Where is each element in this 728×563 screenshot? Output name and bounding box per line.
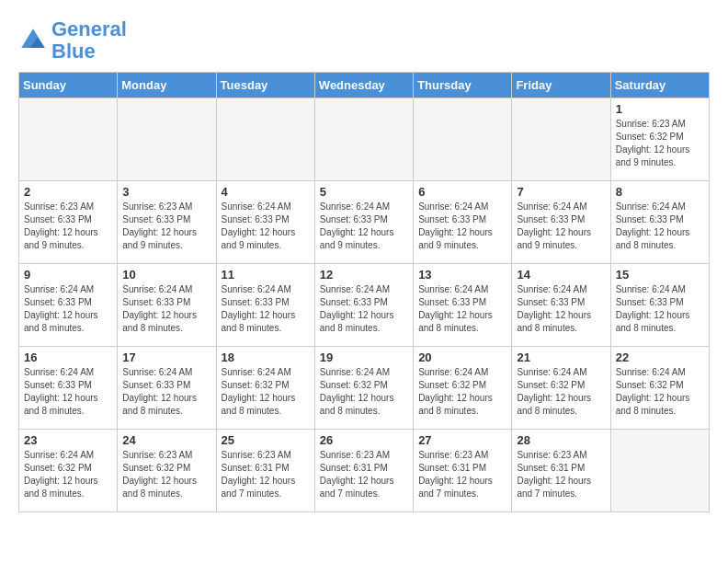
day-number: 1 bbox=[616, 102, 704, 116]
calendar-cell: 21Sunrise: 6:24 AM Sunset: 6:32 PM Dayli… bbox=[512, 347, 610, 430]
day-number: 11 bbox=[222, 268, 310, 282]
header-sunday: Sunday bbox=[19, 73, 118, 98]
calendar-week-4: 23Sunrise: 6:24 AM Sunset: 6:32 PM Dayli… bbox=[19, 430, 710, 512]
header-wednesday: Wednesday bbox=[314, 73, 413, 98]
day-number: 18 bbox=[222, 350, 310, 364]
calendar-cell: 28Sunrise: 6:23 AM Sunset: 6:31 PM Dayli… bbox=[512, 430, 610, 512]
day-info: Sunrise: 6:24 AM Sunset: 6:33 PM Dayligh… bbox=[517, 283, 605, 335]
day-info: Sunrise: 6:24 AM Sunset: 6:33 PM Dayligh… bbox=[418, 283, 506, 335]
day-number: 16 bbox=[24, 350, 112, 364]
day-info: Sunrise: 6:23 AM Sunset: 6:33 PM Dayligh… bbox=[24, 201, 112, 252]
calendar-cell: 8Sunrise: 6:24 AM Sunset: 6:33 PM Daylig… bbox=[610, 181, 709, 264]
calendar-cell: 14Sunrise: 6:24 AM Sunset: 6:33 PM Dayli… bbox=[512, 264, 610, 347]
day-number: 4 bbox=[222, 185, 310, 199]
day-number: 26 bbox=[320, 433, 408, 447]
header-thursday: Thursday bbox=[414, 73, 512, 98]
day-info: Sunrise: 6:24 AM Sunset: 6:33 PM Dayligh… bbox=[616, 201, 704, 252]
day-number: 28 bbox=[517, 433, 605, 447]
day-info: Sunrise: 6:24 AM Sunset: 6:32 PM Dayligh… bbox=[320, 366, 408, 418]
day-info: Sunrise: 6:24 AM Sunset: 6:33 PM Dayligh… bbox=[222, 283, 310, 335]
calendar-cell bbox=[610, 430, 709, 512]
day-number: 19 bbox=[320, 350, 408, 364]
day-number: 21 bbox=[517, 350, 605, 364]
day-number: 20 bbox=[418, 350, 506, 364]
calendar-cell: 27Sunrise: 6:23 AM Sunset: 6:31 PM Dayli… bbox=[414, 430, 512, 512]
day-info: Sunrise: 6:23 AM Sunset: 6:31 PM Dayligh… bbox=[320, 449, 408, 500]
calendar-cell: 24Sunrise: 6:23 AM Sunset: 6:32 PM Dayli… bbox=[118, 430, 216, 512]
day-info: Sunrise: 6:24 AM Sunset: 6:33 PM Dayligh… bbox=[222, 201, 310, 252]
day-number: 14 bbox=[517, 268, 605, 282]
calendar-cell: 3Sunrise: 6:23 AM Sunset: 6:33 PM Daylig… bbox=[118, 181, 216, 264]
calendar-week-1: 2Sunrise: 6:23 AM Sunset: 6:33 PM Daylig… bbox=[19, 181, 710, 264]
calendar-week-2: 9Sunrise: 6:24 AM Sunset: 6:33 PM Daylig… bbox=[19, 264, 710, 347]
day-info: Sunrise: 6:23 AM Sunset: 6:33 PM Dayligh… bbox=[122, 201, 210, 252]
calendar-cell: 25Sunrise: 6:23 AM Sunset: 6:31 PM Dayli… bbox=[216, 430, 314, 512]
header-friday: Friday bbox=[512, 73, 610, 98]
day-info: Sunrise: 6:24 AM Sunset: 6:33 PM Dayligh… bbox=[320, 201, 408, 252]
calendar-cell: 12Sunrise: 6:24 AM Sunset: 6:33 PM Dayli… bbox=[314, 264, 413, 347]
header-tuesday: Tuesday bbox=[216, 73, 314, 98]
day-info: Sunrise: 6:23 AM Sunset: 6:31 PM Dayligh… bbox=[418, 449, 506, 500]
calendar-header-row: SundayMondayTuesdayWednesdayThursdayFrid… bbox=[19, 73, 710, 98]
calendar-cell: 9Sunrise: 6:24 AM Sunset: 6:33 PM Daylig… bbox=[19, 264, 118, 347]
calendar-cell: 16Sunrise: 6:24 AM Sunset: 6:33 PM Dayli… bbox=[19, 347, 118, 430]
calendar-cell bbox=[512, 98, 610, 181]
calendar-cell: 13Sunrise: 6:24 AM Sunset: 6:33 PM Dayli… bbox=[414, 264, 512, 347]
day-info: Sunrise: 6:24 AM Sunset: 6:32 PM Dayligh… bbox=[418, 366, 506, 418]
day-number: 15 bbox=[616, 268, 704, 282]
day-number: 24 bbox=[122, 433, 210, 447]
day-number: 27 bbox=[418, 433, 506, 447]
day-number: 10 bbox=[122, 268, 210, 282]
calendar-cell: 23Sunrise: 6:24 AM Sunset: 6:32 PM Dayli… bbox=[19, 430, 118, 512]
day-number: 7 bbox=[517, 185, 605, 199]
day-info: Sunrise: 6:24 AM Sunset: 6:33 PM Dayligh… bbox=[320, 283, 408, 335]
day-info: Sunrise: 6:24 AM Sunset: 6:33 PM Dayligh… bbox=[24, 283, 112, 335]
calendar-cell: 4Sunrise: 6:24 AM Sunset: 6:33 PM Daylig… bbox=[216, 181, 314, 264]
day-number: 3 bbox=[122, 185, 210, 199]
day-info: Sunrise: 6:24 AM Sunset: 6:33 PM Dayligh… bbox=[418, 201, 506, 252]
day-info: Sunrise: 6:24 AM Sunset: 6:33 PM Dayligh… bbox=[517, 201, 605, 252]
day-number: 2 bbox=[24, 185, 112, 199]
day-number: 17 bbox=[122, 350, 210, 364]
header-saturday: Saturday bbox=[610, 73, 709, 98]
logo: General Blue bbox=[18, 18, 127, 63]
day-info: Sunrise: 6:23 AM Sunset: 6:32 PM Dayligh… bbox=[616, 118, 704, 169]
calendar-table: SundayMondayTuesdayWednesdayThursdayFrid… bbox=[18, 72, 710, 512]
calendar-cell: 11Sunrise: 6:24 AM Sunset: 6:33 PM Dayli… bbox=[216, 264, 314, 347]
calendar-cell: 1Sunrise: 6:23 AM Sunset: 6:32 PM Daylig… bbox=[610, 98, 709, 181]
header-monday: Monday bbox=[118, 73, 216, 98]
day-info: Sunrise: 6:24 AM Sunset: 6:32 PM Dayligh… bbox=[616, 366, 704, 418]
calendar-cell bbox=[414, 98, 512, 181]
calendar-cell bbox=[19, 98, 118, 181]
day-info: Sunrise: 6:24 AM Sunset: 6:33 PM Dayligh… bbox=[24, 366, 112, 418]
calendar-cell: 6Sunrise: 6:24 AM Sunset: 6:33 PM Daylig… bbox=[414, 181, 512, 264]
calendar-cell: 7Sunrise: 6:24 AM Sunset: 6:33 PM Daylig… bbox=[512, 181, 610, 264]
calendar-week-3: 16Sunrise: 6:24 AM Sunset: 6:33 PM Dayli… bbox=[19, 347, 710, 430]
calendar-cell: 17Sunrise: 6:24 AM Sunset: 6:33 PM Dayli… bbox=[118, 347, 216, 430]
day-info: Sunrise: 6:24 AM Sunset: 6:32 PM Dayligh… bbox=[517, 366, 605, 418]
calendar-cell bbox=[118, 98, 216, 181]
calendar-cell: 10Sunrise: 6:24 AM Sunset: 6:33 PM Dayli… bbox=[118, 264, 216, 347]
day-info: Sunrise: 6:24 AM Sunset: 6:32 PM Dayligh… bbox=[222, 366, 310, 418]
calendar-cell: 18Sunrise: 6:24 AM Sunset: 6:32 PM Dayli… bbox=[216, 347, 314, 430]
day-number: 12 bbox=[320, 268, 408, 282]
day-info: Sunrise: 6:24 AM Sunset: 6:33 PM Dayligh… bbox=[616, 283, 704, 335]
day-number: 22 bbox=[616, 350, 704, 364]
calendar-week-0: 1Sunrise: 6:23 AM Sunset: 6:32 PM Daylig… bbox=[19, 98, 710, 181]
day-number: 25 bbox=[222, 433, 310, 447]
calendar-cell: 5Sunrise: 6:24 AM Sunset: 6:33 PM Daylig… bbox=[314, 181, 413, 264]
day-info: Sunrise: 6:24 AM Sunset: 6:32 PM Dayligh… bbox=[24, 449, 112, 500]
day-number: 23 bbox=[24, 433, 112, 447]
day-number: 9 bbox=[24, 268, 112, 282]
calendar-cell bbox=[216, 98, 314, 181]
day-info: Sunrise: 6:24 AM Sunset: 6:33 PM Dayligh… bbox=[122, 366, 210, 418]
day-number: 5 bbox=[320, 185, 408, 199]
calendar-cell: 20Sunrise: 6:24 AM Sunset: 6:32 PM Dayli… bbox=[414, 347, 512, 430]
day-info: Sunrise: 6:24 AM Sunset: 6:33 PM Dayligh… bbox=[122, 283, 210, 335]
day-number: 6 bbox=[418, 185, 506, 199]
calendar-cell: 2Sunrise: 6:23 AM Sunset: 6:33 PM Daylig… bbox=[19, 181, 118, 264]
calendar-cell: 26Sunrise: 6:23 AM Sunset: 6:31 PM Dayli… bbox=[314, 430, 413, 512]
day-number: 13 bbox=[418, 268, 506, 282]
day-info: Sunrise: 6:23 AM Sunset: 6:32 PM Dayligh… bbox=[122, 449, 210, 500]
day-number: 8 bbox=[616, 185, 704, 199]
